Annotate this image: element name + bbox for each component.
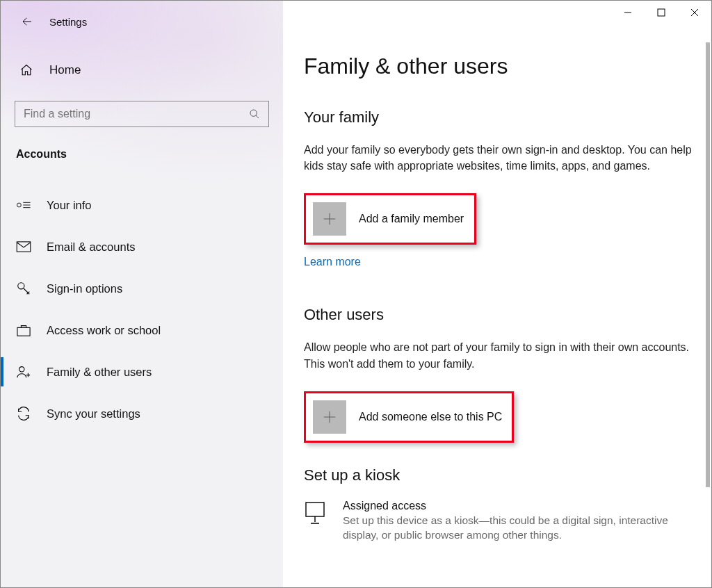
sidebar-item-label: Family & other users [47, 366, 152, 379]
titlebar: Settings [1, 1, 283, 33]
heading-kiosk: Set up a kiosk [304, 466, 695, 484]
other-description: Allow people who are not part of your fa… [304, 339, 693, 371]
family-description: Add your family so everybody gets their … [304, 142, 693, 174]
home-label: Home [49, 63, 81, 77]
plus-icon [322, 409, 337, 425]
category-heading: Accounts [16, 148, 283, 161]
svg-rect-6 [658, 9, 665, 16]
scrollbar-track[interactable] [706, 42, 710, 571]
search-icon [249, 108, 260, 120]
plus-tile [313, 400, 346, 434]
close-button[interactable] [678, 1, 711, 24]
back-button[interactable] [20, 15, 34, 28]
svg-point-0 [250, 110, 257, 116]
page-title: Family & other users [304, 54, 695, 79]
minimize-button[interactable] [611, 1, 645, 24]
search-input[interactable] [24, 108, 232, 120]
mail-icon [16, 239, 31, 254]
svg-point-1 [17, 203, 21, 207]
people-plus-icon [16, 364, 31, 379]
kiosk-description: Set up this device as a kiosk—this could… [343, 514, 693, 543]
monitor-icon [304, 500, 326, 526]
plus-tile [313, 202, 346, 236]
key-icon [16, 281, 31, 296]
svg-rect-4 [17, 327, 30, 336]
window-controls [611, 1, 711, 24]
settings-sidebar: Settings Home Accounts Your info Email &… [1, 1, 283, 587]
sidebar-item-email[interactable]: Email & accounts [1, 226, 283, 268]
sidebar-item-sync[interactable]: Sync your settings [1, 393, 283, 434]
arrow-left-icon [21, 15, 33, 28]
add-other-user-button[interactable]: Add someone else to this PC [304, 391, 514, 443]
add-family-label: Add a family member [359, 213, 464, 225]
sidebar-item-your-info[interactable]: Your info [1, 184, 283, 226]
sidebar-item-label: Sign-in options [47, 282, 122, 295]
scrollbar-thumb[interactable] [706, 42, 710, 487]
briefcase-icon [16, 322, 31, 338]
add-other-label: Add someone else to this PC [359, 411, 502, 423]
sidebar-item-label: Your info [47, 199, 92, 212]
maximize-button[interactable] [645, 1, 678, 24]
svg-point-3 [18, 283, 24, 289]
sidebar-item-label: Access work or school [47, 324, 161, 337]
window-title: Settings [49, 16, 87, 28]
nav-list: Your info Email & accounts Sign-in optio… [1, 184, 283, 434]
heading-other-users: Other users [304, 306, 695, 324]
home-nav[interactable]: Home [1, 56, 283, 84]
sidebar-item-family[interactable]: Family & other users [1, 351, 283, 393]
heading-your-family: Your family [304, 108, 695, 126]
kiosk-title: Assigned access [343, 500, 693, 512]
home-icon [19, 63, 34, 78]
kiosk-item[interactable]: Assigned access Set up this device as a … [304, 500, 693, 543]
svg-rect-7 [306, 503, 324, 516]
sidebar-item-label: Email & accounts [47, 240, 135, 254]
add-family-member-button[interactable]: Add a family member [304, 193, 476, 245]
sidebar-item-signin[interactable]: Sign-in options [1, 268, 283, 309]
sidebar-item-label: Sync your settings [47, 407, 140, 420]
sync-icon [16, 406, 31, 421]
person-card-icon [16, 197, 31, 213]
sidebar-item-workschool[interactable]: Access work or school [1, 309, 283, 351]
svg-point-5 [19, 367, 24, 372]
svg-rect-2 [17, 242, 31, 252]
plus-icon [322, 211, 337, 227]
search-box[interactable] [15, 101, 269, 127]
content-pane: Family & other users Your family Add you… [283, 1, 711, 587]
learn-more-link[interactable]: Learn more [304, 256, 361, 268]
